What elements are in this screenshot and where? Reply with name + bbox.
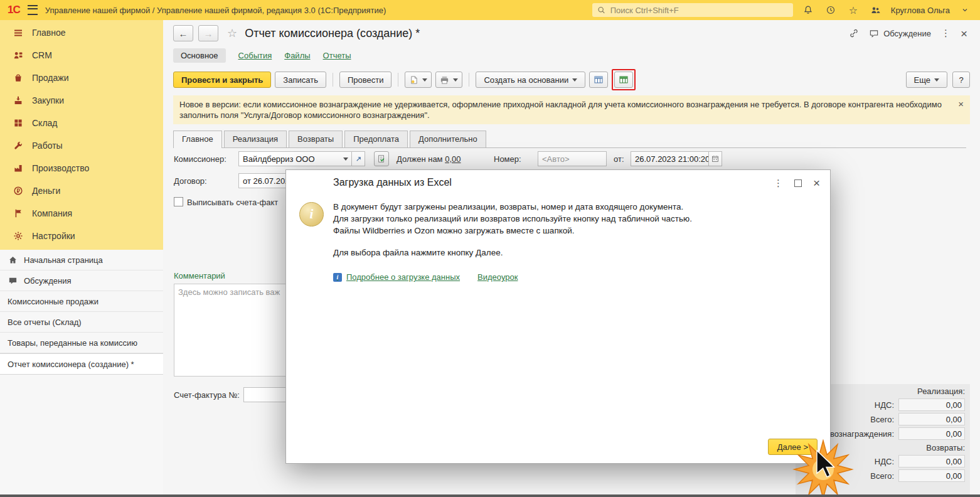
- sidebar-item-label: Склад: [32, 118, 58, 128]
- global-search[interactable]: [592, 3, 793, 17]
- report-table-icon: [594, 75, 604, 85]
- maximize-icon[interactable]: [794, 179, 802, 187]
- commissioner-combo[interactable]: Вайлдберриз ООО: [238, 151, 365, 166]
- issue-invoices-label: Выписывать счета-факт: [187, 198, 278, 207]
- date-value: 26.07.2023 21:00:20: [631, 154, 708, 164]
- copy-document-dropdown-button[interactable]: [405, 72, 432, 88]
- video-tutorial-link[interactable]: Видеоурок: [477, 272, 518, 282]
- sidebar-item-kompaniya[interactable]: Компания: [0, 202, 163, 225]
- sidebar-item-commission-sales[interactable]: Комиссионные продажи: [0, 291, 163, 312]
- copy-link-icon[interactable]: [849, 28, 859, 38]
- tab-sobytiya[interactable]: События: [238, 51, 272, 60]
- tab-fayly[interactable]: Файлы: [284, 51, 310, 60]
- window-title: Управление нашей фирмой / Управление наш…: [45, 6, 386, 15]
- sidebar-item-nastroyki[interactable]: Настройки: [0, 225, 163, 247]
- show-list-button[interactable]: [374, 151, 389, 166]
- open-item-icon[interactable]: [351, 152, 365, 166]
- dialog-menu-kebab-icon[interactable]: ⋮: [774, 178, 783, 189]
- more-menu-kebab-icon[interactable]: ⋮: [941, 28, 951, 39]
- create-based-on-button[interactable]: Создать на основании: [476, 72, 585, 88]
- learn-more-link[interactable]: i Подробнее о загрузке данных: [333, 272, 460, 282]
- caret-down-icon: [572, 78, 577, 82]
- users-icon[interactable]: [868, 3, 883, 18]
- money-icon: [13, 186, 23, 196]
- tab-osnovnoe[interactable]: Основное: [173, 48, 226, 63]
- post-button[interactable]: Провести: [339, 72, 392, 88]
- reward-label: вознаграждения:: [830, 429, 894, 439]
- sidebar-item-all-reports-warehouse[interactable]: Все отчеты (Склад): [0, 312, 163, 333]
- info-line: В документ будут загружены реализации, в…: [333, 201, 811, 213]
- main-menu-icon: [13, 28, 23, 38]
- chat-bubble-icon: [8, 275, 18, 286]
- history-icon[interactable]: [823, 3, 838, 18]
- excel-load-icon: [619, 75, 629, 85]
- page-title: Отчет комиссионера (создание) *: [245, 27, 420, 40]
- sidebar-item-raboty[interactable]: Работы: [0, 134, 163, 157]
- page-item-label: Комиссионные продажи: [8, 297, 99, 306]
- comment-label[interactable]: Комментарий: [174, 271, 225, 281]
- sidebar-item-crm[interactable]: CRM: [0, 44, 163, 67]
- sidebar-item-label: Продажи: [32, 73, 68, 83]
- settings-gear-icon: [13, 231, 23, 242]
- sidebar-item-label: CRM: [32, 50, 52, 60]
- sidebar-item-glavnoe[interactable]: Главное: [0, 21, 163, 44]
- sidebar-item-dengi[interactable]: Деньги: [0, 179, 163, 202]
- notice-text: Новое в версии: если комиссионное вознаг…: [179, 100, 942, 120]
- close-document-icon[interactable]: ×: [961, 28, 967, 40]
- sidebar-item-discussions[interactable]: Обсуждения: [0, 270, 163, 291]
- dialog-body: В документ будут загружены реализации, в…: [333, 201, 811, 282]
- printer-icon: [440, 75, 449, 85]
- debt-info: Должен нам 0,00: [397, 154, 461, 164]
- invoice-number-label: Счет-фактура №:: [174, 390, 240, 400]
- current-user[interactable]: Круглова Ольга: [891, 6, 950, 15]
- sidebar-item-label: Настройки: [32, 231, 75, 241]
- debt-amount-link[interactable]: 0,00: [445, 154, 461, 164]
- favorite-star-icon[interactable]: ☆: [227, 26, 237, 40]
- forward-button[interactable]: →: [198, 25, 218, 41]
- calendar-icon[interactable]: [708, 152, 722, 166]
- favorites-star-icon[interactable]: ☆: [846, 3, 861, 18]
- load-from-excel-button[interactable]: [614, 72, 633, 88]
- home-icon: [8, 255, 18, 265]
- page-item-label: Обсуждения: [24, 276, 72, 286]
- help-button[interactable]: ?: [952, 72, 970, 88]
- chevron-down-icon[interactable]: [957, 3, 972, 18]
- discussion-button[interactable]: Обсуждение: [869, 29, 931, 38]
- post-and-close-button[interactable]: Провести и закрыть: [173, 72, 271, 88]
- search-input[interactable]: [609, 5, 788, 16]
- sidebar-item-goods-on-commission[interactable]: Товары, переданные на комиссию: [0, 333, 163, 353]
- info-line: Для загрузки только реализаций или возвр…: [333, 213, 811, 225]
- print-dropdown-button[interactable]: [435, 72, 462, 88]
- notice-close-icon[interactable]: ×: [958, 99, 964, 109]
- sidebar-sections: Главное CRM Продажи Закупки Склад Работы: [0, 20, 163, 250]
- sidebar-item-commissioner-report[interactable]: Отчет комиссионера (создание) *: [0, 353, 163, 375]
- notifications-bell-icon[interactable]: [801, 3, 816, 18]
- save-button[interactable]: Записать: [275, 72, 326, 88]
- sidebar-item-sklad[interactable]: Склад: [0, 112, 163, 134]
- sidebar-item-proizvodstvo[interactable]: Производство: [0, 157, 163, 179]
- date-field[interactable]: 26.07.2023 21:00:20: [631, 151, 722, 166]
- crm-icon: [13, 50, 23, 61]
- hamburger-menu-icon[interactable]: [28, 5, 38, 15]
- more-button[interactable]: Еще: [906, 72, 947, 88]
- issue-invoices-checkbox[interactable]: [174, 197, 183, 206]
- sidebar-item-home-page[interactable]: Начальная страница: [0, 250, 163, 270]
- sidebar-item-prodazhi[interactable]: Продажи: [0, 67, 163, 89]
- click-highlight-cursor: [792, 439, 855, 497]
- page-item-label: Все отчеты (Склад): [8, 318, 82, 327]
- sidebar-item-label: Производство: [32, 163, 89, 173]
- sidebar-item-zakupki[interactable]: Закупки: [0, 89, 163, 112]
- dialog-close-icon[interactable]: ×: [813, 177, 820, 189]
- total-value: 0,00: [898, 469, 965, 482]
- window-bottom-edge: [0, 494, 980, 497]
- info-line: Файлы Wildberries и Ozon можно загружать…: [333, 225, 811, 237]
- production-icon: [13, 163, 23, 174]
- combo-dropdown-icon[interactable]: [340, 152, 351, 166]
- page-item-label: Начальная страница: [24, 255, 103, 265]
- number-input[interactable]: [538, 151, 607, 166]
- reports-table-button[interactable]: [589, 72, 608, 88]
- back-button[interactable]: ←: [173, 25, 193, 41]
- caret-down-icon: [422, 78, 427, 82]
- tab-otchety[interactable]: Отчеты: [323, 51, 351, 60]
- nds-label: НДС:: [875, 400, 894, 410]
